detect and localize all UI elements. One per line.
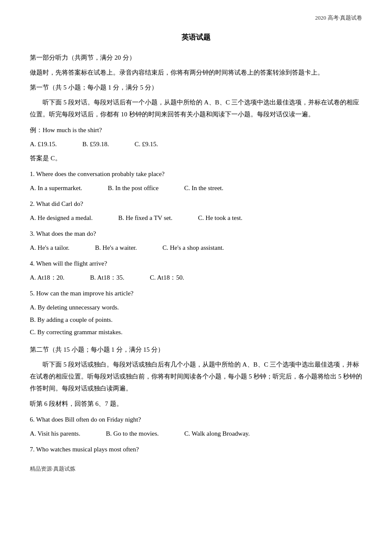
question-5-num: 5. How can the man improve his article? bbox=[30, 288, 362, 299]
question-1-options: A. In a supermarket. B. In the post offi… bbox=[30, 182, 362, 194]
example-answer: 答案是 C。 bbox=[30, 153, 362, 164]
q2-option-c: C. He took a test. bbox=[198, 212, 242, 224]
q5-option-c: C. By correcting grammar mistakes. bbox=[30, 327, 362, 338]
segment1-label: 听第 6 段材料，回答第 6、7 题。 bbox=[30, 398, 362, 410]
example-label: 例：How much is the shirt? bbox=[30, 124, 362, 136]
question-7-num: 7. Who watches musical plays most often? bbox=[30, 444, 362, 455]
q3-option-a: A. He's a tailor. bbox=[30, 242, 69, 254]
question-4-num: 4. When will the flight arrive? bbox=[30, 258, 362, 269]
example-options: A. £19.15. B. £59.18. C. £9.15. bbox=[30, 139, 362, 150]
q4-option-c: C. At18：50. bbox=[150, 272, 184, 283]
example-option-a: A. £19.15. bbox=[30, 139, 57, 150]
question-6-options: A. Visit his parents. B. Go to the movie… bbox=[30, 428, 362, 439]
section1-title: 第一节（共 5 小题；每小题 1 分，满分 5 分） bbox=[30, 82, 362, 93]
q4-option-a: A. At18：20. bbox=[30, 272, 64, 283]
q6-option-c: C. Walk along Broadway. bbox=[184, 428, 250, 439]
question-2-options: A. He designed a medal. B. He fixed a TV… bbox=[30, 212, 362, 224]
q5-option-a: A. By deleting unnecessary words. bbox=[30, 302, 362, 313]
q1-option-c: C. In the street. bbox=[184, 182, 223, 194]
question-3-num: 3. What does the man do? bbox=[30, 228, 362, 240]
part1-title: 第一部分听力（共两节，满分 20 分） bbox=[30, 52, 362, 64]
page-title: 英语试题 bbox=[30, 31, 362, 44]
q6-option-b: B. Go to the movies. bbox=[106, 428, 159, 439]
q5-option-b: B. By adding a couple of points. bbox=[30, 314, 362, 326]
question-6-num: 6. What does Bill often do on Friday nig… bbox=[30, 414, 362, 425]
footer-bottom-left: 精品资源·真题试炼 bbox=[30, 464, 362, 474]
q3-option-b: B. He's a waiter. bbox=[95, 242, 137, 254]
header-top-right: 2020 高考·真题试卷 bbox=[30, 13, 362, 23]
q1-option-b: B. In the post office bbox=[108, 182, 159, 194]
q2-option-a: A. He designed a medal. bbox=[30, 212, 92, 224]
question-3-options: A. He's a tailor. B. He's a waiter. C. H… bbox=[30, 242, 362, 254]
part1-general-instruction: 做题时，先将答案标在试卷上。录音内容结束后，你将有两分钟的时间将试卷上的答案转涂… bbox=[30, 67, 362, 78]
question-5-options-vertical: A. By deleting unnecessary words. B. By … bbox=[30, 302, 362, 338]
example-option-b: B. £59.18. bbox=[82, 139, 109, 150]
question-1-num: 1. Where does the conversation probably … bbox=[30, 168, 362, 180]
question-4-options: A. At18：20. B. At18：35. C. At18：50. bbox=[30, 272, 362, 283]
section2-title: 第二节（共 15 小题；每小题 1 分，满分 15 分） bbox=[30, 344, 362, 356]
example-option-c: C. £9.15. bbox=[135, 139, 158, 150]
section1-instruction: 听下面 5 段对话。每段对话后有一个小题，从题中所给的 A、B、C 三个选项中选… bbox=[30, 97, 362, 121]
section2-instruction: 听下面 5 段对话或独白。每段对话或独白后有几个小题，从题中所给的 A、B、C … bbox=[30, 359, 362, 394]
q1-option-a: A. In a supermarket. bbox=[30, 182, 82, 194]
q6-option-a: A. Visit his parents. bbox=[30, 428, 80, 439]
q3-option-c: C. He's a shop assistant. bbox=[162, 242, 224, 254]
q4-option-b: B. At18：35. bbox=[90, 272, 124, 283]
q2-option-b: B. He fixed a TV set. bbox=[118, 212, 172, 224]
question-2-num: 2. What did Carl do? bbox=[30, 198, 362, 210]
